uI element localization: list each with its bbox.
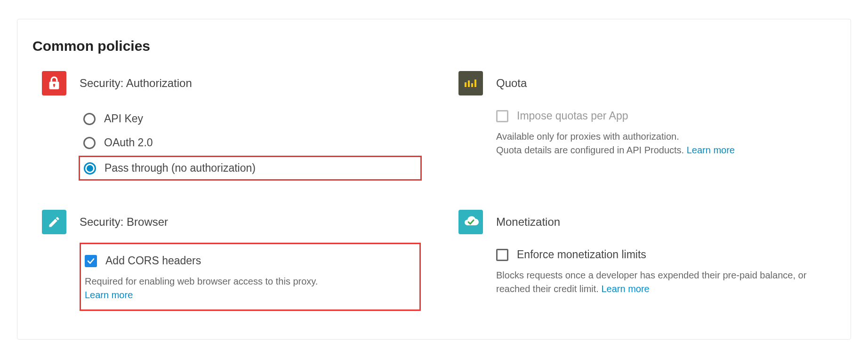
monetization-body: Enforce monetization limits Blocks reque… [458, 246, 837, 296]
policy-header: Monetization [458, 210, 837, 234]
checkbox-icon [496, 110, 508, 122]
pencil-icon [42, 210, 66, 234]
radio-label: OAuth 2.0 [104, 136, 153, 149]
common-policies-panel: Common policies Security: Authorization [17, 19, 851, 340]
policy-quota: Quota Impose quotas per App Available on… [458, 71, 837, 182]
radio-icon[interactable] [83, 137, 96, 149]
policies-grid: Security: Authorization API Key OAuth 2.… [31, 71, 837, 311]
checkbox-icon[interactable] [85, 255, 97, 267]
radio-icon[interactable] [84, 162, 96, 174]
help-line: Required for enabling web browser access… [85, 276, 318, 286]
auth-options: API Key OAuth 2.0 Pass through (no autho… [42, 107, 421, 182]
radio-option-pass-through[interactable]: Pass through (no authorization) [79, 156, 422, 181]
policy-monetization: Monetization Enforce monetization limits… [458, 210, 837, 311]
checkbox-icon[interactable] [496, 249, 508, 261]
checkbox-impose-quotas: Impose quotas per App [496, 107, 837, 126]
policy-security-browser: Security: Browser Add CORS headers Requi… [42, 210, 421, 311]
checkbox-label: Impose quotas per App [517, 110, 628, 122]
radio-option-oauth[interactable]: OAuth 2.0 [80, 131, 421, 155]
policy-header: Security: Authorization [42, 71, 421, 95]
checkbox-label: Enforce monetization limits [517, 248, 646, 261]
radio-icon[interactable] [83, 113, 96, 125]
quota-body: Impose quotas per App Available only for… [458, 107, 837, 157]
checkbox-add-cors[interactable]: Add CORS headers [85, 252, 414, 271]
cors-highlight: Add CORS headers Required for enabling w… [80, 243, 421, 311]
policy-title: Security: Browser [80, 215, 168, 229]
section-title: Common policies [32, 38, 837, 54]
policy-title: Quota [496, 77, 527, 90]
policy-header: Quota [458, 71, 837, 95]
bar-chart-icon [458, 71, 483, 95]
radio-label: API Key [104, 112, 143, 125]
svg-rect-3 [465, 82, 466, 87]
help-line-2: Quota details are configured in API Prod… [496, 145, 687, 155]
cloud-check-icon [458, 210, 483, 234]
svg-rect-2 [54, 85, 55, 87]
radio-label: Pass through (no authorization) [104, 162, 256, 174]
quota-help-text: Available only for proxies with authoriz… [496, 130, 837, 157]
learn-more-link[interactable]: Learn more [85, 290, 133, 300]
checkbox-label: Add CORS headers [105, 254, 201, 267]
learn-more-link[interactable]: Learn more [687, 145, 735, 155]
lock-icon [42, 71, 66, 95]
radio-option-api-key[interactable]: API Key [80, 107, 421, 131]
policy-header: Security: Browser [42, 210, 421, 234]
policy-title: Monetization [496, 215, 560, 229]
svg-rect-6 [474, 79, 476, 87]
learn-more-link[interactable]: Learn more [601, 284, 649, 294]
policy-title: Security: Authorization [80, 77, 192, 90]
monetization-help-text: Blocks requests once a developer has exp… [496, 269, 837, 296]
browser-body: Add CORS headers Required for enabling w… [42, 246, 421, 311]
help-line: Blocks requests once a developer has exp… [496, 270, 806, 294]
help-line-1: Available only for proxies with authoriz… [496, 131, 679, 142]
policy-security-authorization: Security: Authorization API Key OAuth 2.… [42, 71, 421, 182]
cors-help-text: Required for enabling web browser access… [85, 275, 414, 302]
svg-rect-4 [468, 80, 470, 87]
svg-rect-5 [471, 83, 473, 87]
checkbox-enforce-monetization[interactable]: Enforce monetization limits [496, 246, 837, 265]
